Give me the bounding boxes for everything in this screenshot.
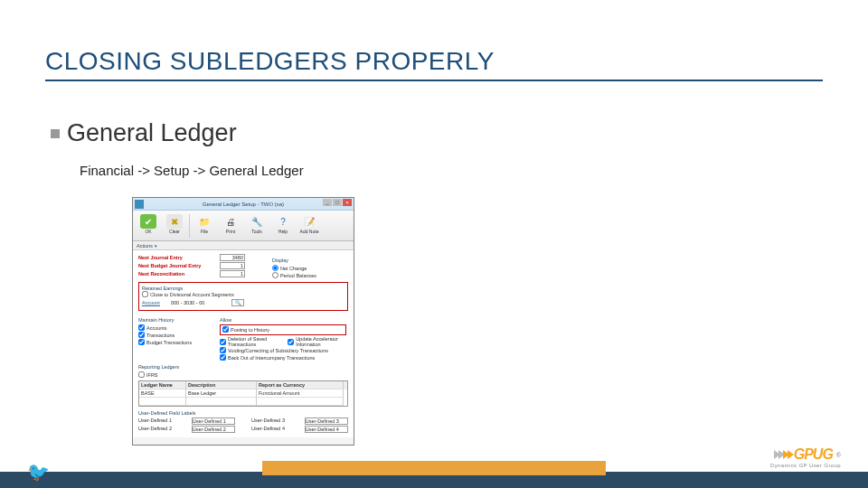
twitter-icon: 🐦: [27, 461, 50, 483]
tools-button[interactable]: 🔧Tools: [245, 212, 269, 234]
clear-button[interactable]: ✖Clear: [163, 212, 186, 234]
next-recon-label: Next Reconciliation: [138, 271, 220, 277]
backout-checkbox[interactable]: Back Out of Intercompany Transactions: [220, 354, 315, 361]
app-icon: [135, 200, 144, 209]
period-balances-radio[interactable]: Period Balances: [272, 272, 316, 278]
bullet-row: General Ledger: [51, 119, 237, 147]
title-underline: [45, 80, 823, 81]
maximize-button[interactable]: □: [333, 199, 342, 206]
retained-earnings-highlight: Retained Earnings Close to Divisional Ac…: [138, 282, 348, 311]
ifrs-checkbox[interactable]: IFRS: [138, 371, 158, 378]
footer-accent: [262, 461, 606, 475]
account-value: 000 - 3030 - 00: [171, 300, 204, 305]
account-link[interactable]: Account: [142, 300, 171, 305]
ud4-input[interactable]: User-Defined 4: [305, 426, 348, 433]
display-label: Display: [272, 258, 335, 263]
transactions-checkbox[interactable]: Transactions: [138, 332, 175, 338]
dialog-body: Next Journal Entry3480 Next Budget Journ…: [133, 250, 354, 437]
delete-saved-checkbox[interactable]: Deletion of Saved Transactions: [220, 336, 278, 347]
budget-trx-checkbox[interactable]: Budget Transactions: [138, 339, 192, 345]
actions-bar: Actions ▾: [133, 241, 354, 250]
allow-label: Allow: [220, 317, 346, 323]
update-accel-checkbox[interactable]: Update Accelerator Information: [288, 336, 346, 347]
ledger-grid: Ledger Name Description Report as Curren…: [138, 380, 348, 407]
dialog-title: General Ledger Setup - TWO (sa): [153, 202, 334, 207]
reporting-label: Reporting Ledgers: [138, 364, 348, 370]
col-ledger-name: Ledger Name: [139, 381, 186, 389]
add-note-button[interactable]: 📝Add Note: [297, 212, 321, 234]
breadcrumb: Financial -> Setup -> General Ledger: [80, 163, 304, 178]
accounts-checkbox[interactable]: Accounts: [138, 324, 167, 331]
bullet-icon: [51, 129, 60, 138]
ud2-input[interactable]: User-Defined 2: [192, 426, 235, 433]
close-button[interactable]: ×: [343, 199, 352, 206]
help-button[interactable]: ?Help: [271, 212, 295, 234]
gl-setup-dialog: General Ledger Setup - TWO (sa) _ □ × ✔O…: [132, 197, 354, 446]
dialog-titlebar: General Ledger Setup - TWO (sa) _ □ ×: [133, 198, 354, 211]
next-budget-input[interactable]: 1: [220, 262, 245, 269]
voiding-checkbox[interactable]: Voiding/Correcting of Subsidiary Transac…: [220, 347, 328, 353]
window-buttons: _ □ ×: [323, 199, 352, 206]
ribbon: ✔OK ✖Clear 📁File 🖨Print 🔧Tools ?Help 📝Ad…: [133, 211, 354, 241]
col-description: Description: [186, 381, 257, 389]
posting-history-checkbox[interactable]: Posting to History: [222, 326, 269, 333]
next-journal-label: Next Journal Entry: [138, 255, 220, 260]
minimize-button[interactable]: _: [323, 199, 332, 206]
next-budget-label: Next Budget Journal Entry: [138, 263, 220, 268]
account-lookup-button[interactable]: 🔍: [231, 299, 244, 306]
subheader: General Ledger: [67, 119, 237, 147]
print-button[interactable]: 🖨Print: [219, 212, 242, 234]
next-journal-input[interactable]: 3480: [220, 254, 245, 261]
user-defined-section: User-Defined Field Labels User-Defined 1…: [138, 410, 348, 433]
ud3-input[interactable]: User-Defined 3: [305, 418, 348, 425]
slide-title: CLOSING SUBLEDGERS PROPERLY: [45, 47, 495, 76]
gpug-logo: GPUG ® Dynamics GP User Group: [770, 446, 841, 468]
next-recon-input[interactable]: 1: [220, 270, 245, 277]
maintain-label: Maintain History: [138, 317, 203, 323]
slide: CLOSING SUBLEDGERS PROPERLY General Ledg…: [0, 0, 868, 488]
col-report-as: Report as Currency: [257, 381, 344, 389]
ok-button[interactable]: ✔OK: [137, 212, 160, 234]
ledger-row[interactable]: BASE Base Ledger Functional Amount: [139, 389, 347, 398]
close-divisional-checkbox[interactable]: Close to Divisional Account Segments: [142, 291, 234, 297]
ud1-input[interactable]: User-Defined 1: [192, 418, 235, 425]
file-button[interactable]: 📁File: [193, 212, 216, 234]
net-change-radio[interactable]: Net Change: [272, 265, 307, 271]
footer: [0, 461, 868, 488]
